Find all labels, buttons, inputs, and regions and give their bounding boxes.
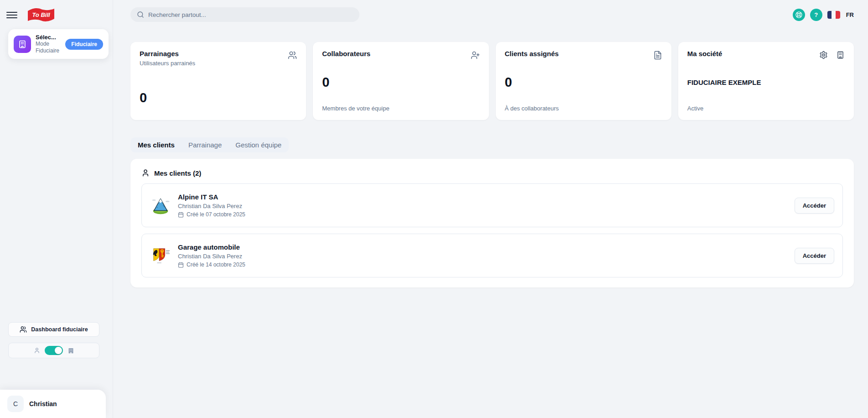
tobill-logo[interactable]: To Bill [26, 6, 56, 24]
search-icon [137, 11, 144, 18]
users-icon [20, 326, 27, 333]
selector-title: Sélec... [36, 34, 61, 41]
clients-header: Mes clients (2) [141, 169, 843, 177]
dashboard-button-label: Dashboard fiduciaire [31, 326, 88, 333]
users-icon [288, 51, 297, 60]
toggle-knob [55, 347, 62, 354]
client-created: Créé le 07 octobre 2025 [178, 211, 245, 218]
support-button[interactable] [793, 9, 805, 21]
calendar-icon [178, 212, 184, 218]
global-search[interactable] [130, 7, 359, 22]
selector-subtitle: Mode Fiduciaire [36, 41, 64, 54]
tab-mes-clients[interactable]: Mes clients [138, 141, 175, 149]
stat-title: Clients assignés [505, 50, 559, 57]
client-name: Alpine IT SA [178, 193, 245, 201]
clients-count-title: Mes clients (2) [154, 169, 201, 177]
stats-row: Parrainages Utilisateurs parrainés 0 Col… [130, 42, 854, 120]
client-created: Créé le 14 octobre 2025 [178, 261, 245, 268]
gear-icon[interactable] [819, 51, 828, 59]
hamburger-menu-icon[interactable] [6, 10, 17, 21]
fiduciaire-badge: Fiduciaire [65, 39, 103, 50]
client-owner: Christian Da Silva Perez [178, 253, 245, 260]
mode-toggle-switch[interactable] [45, 346, 63, 355]
stat-card-parrainages: Parrainages Utilisateurs parrainés 0 [130, 42, 306, 120]
client-owner: Christian Da Silva Perez [178, 203, 245, 209]
person-icon [141, 169, 150, 177]
person-mode-icon [34, 347, 40, 354]
sidebar-header: To Bill [0, 0, 113, 24]
clients-panel: Mes clients (2) Alpine IT SA Christian D… [130, 159, 854, 287]
user-plus-icon [471, 51, 480, 60]
building-icon[interactable] [836, 51, 845, 59]
topbar-actions: ? FR [793, 9, 854, 21]
tab-gestion-equipe[interactable]: Gestion équipe [235, 141, 281, 149]
current-user-card[interactable]: C Christian [0, 390, 106, 418]
company-name: FIDUCIAIRE EXEMPLE [687, 78, 845, 86]
stat-card-collaborateurs: Collaborateurs 0 Membres de votre équipe [313, 42, 489, 120]
garage-coat-of-arms-logo [150, 245, 171, 266]
stat-card-clients-assignes: Clients assignés 0 À des collaborateurs [496, 42, 671, 120]
company-status: Active [687, 105, 845, 112]
stat-value: 0 [322, 75, 479, 90]
fiduciary-selector[interactable]: Sélec... Mode Fiduciaire Fiduciaire [8, 29, 109, 59]
selector-text: Sélec... Mode Fiduciaire [36, 34, 61, 54]
stat-card-ma-societe: Ma société FIDUCIAIRE EXEMPLE Active [678, 42, 854, 120]
search-input[interactable] [148, 11, 353, 18]
access-button[interactable]: Accéder [795, 248, 834, 264]
stat-title: Collaborateurs [322, 50, 370, 57]
main-content: ? FR Parrainages Utilisateurs parrainés … [113, 0, 868, 418]
dashboard-fiduciaire-button[interactable]: Dashboard fiduciaire [8, 322, 99, 337]
stat-subtitle: Utilisateurs parrainés [140, 60, 195, 67]
tobill-logo-banner: To Bill [26, 6, 56, 24]
life-buoy-icon [795, 11, 803, 19]
stat-footer: Membres de votre équipe [322, 105, 479, 112]
building-mode-icon [68, 347, 74, 354]
help-button[interactable]: ? [810, 9, 822, 21]
stat-title: Ma société [687, 50, 722, 57]
stat-value: 0 [505, 75, 662, 90]
user-name: Christian [29, 400, 57, 408]
alpine-mountain-logo [150, 195, 171, 216]
mode-toggle-card [8, 343, 99, 358]
file-text-icon [653, 51, 662, 60]
stat-title: Parrainages [140, 50, 195, 57]
client-row-garage[interactable]: Garage automobile Christian Da Silva Per… [141, 234, 843, 277]
sidebar: To Bill Sélec... Mode Fiduciaire Fiducia… [0, 0, 113, 418]
language-label: FR [846, 11, 854, 18]
building-icon [14, 36, 31, 53]
tab-bar: Mes clients Parrainage Gestion équipe [130, 137, 289, 152]
user-avatar: C [7, 396, 24, 412]
client-name: Garage automobile [178, 243, 245, 251]
access-button[interactable]: Accéder [795, 198, 834, 214]
topbar: ? FR [130, 0, 854, 29]
client-row-alpine[interactable]: Alpine IT SA Christian Da Silva Perez Cr… [141, 183, 843, 227]
tobill-logo-text: To Bill [32, 11, 50, 18]
stat-footer: À des collaborateurs [505, 105, 662, 112]
calendar-icon [178, 262, 184, 268]
tab-parrainage[interactable]: Parrainage [188, 141, 222, 149]
help-question-icon: ? [814, 11, 818, 18]
french-flag-icon[interactable] [827, 11, 840, 19]
stat-value: 0 [140, 90, 297, 105]
